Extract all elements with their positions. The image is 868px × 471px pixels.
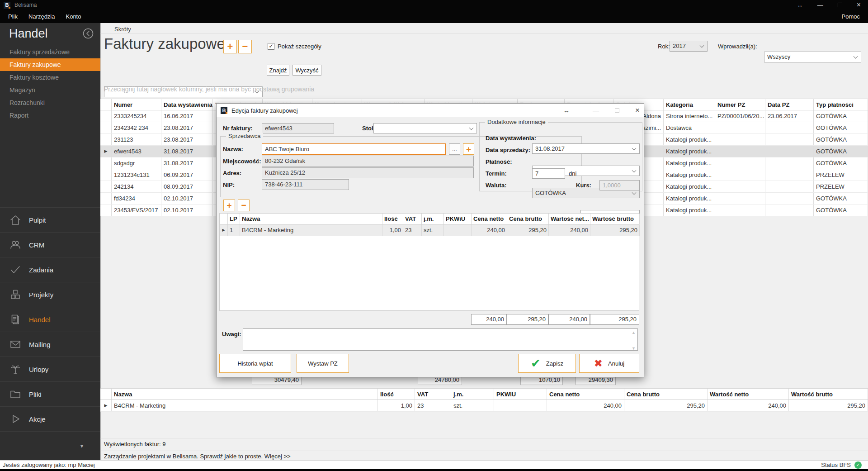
column-header[interactable]: Wartość brutto [590, 214, 640, 224]
sidebar-item-faktury-zakupowe[interactable]: Faktury zakupowe [0, 58, 100, 71]
column-header[interactable]: Nazwa [240, 214, 382, 224]
days-label: dni [569, 170, 576, 177]
logged-in-text: Jesteś zalogowany jako: mp Maciej [3, 461, 95, 468]
window-minimize-icon[interactable]: — [817, 2, 823, 9]
column-header[interactable]: Cena brutto [624, 389, 708, 400]
window-close-icon[interactable]: × [857, 1, 861, 9]
dialog-titlebar[interactable]: B Edycja faktury zakupowej [217, 104, 644, 117]
clear-button[interactable]: Wyczyść [292, 65, 321, 76]
column-header[interactable]: VAT [415, 389, 451, 400]
column-header[interactable]: Wartość net... [549, 214, 590, 224]
column-header[interactable]: j.m. [451, 389, 494, 400]
column-header[interactable]: Data PZ [765, 99, 814, 110]
menu-konto[interactable]: Konto [66, 13, 81, 20]
term-days-input[interactable]: 7 [532, 168, 565, 179]
sidebar-item-raport[interactable]: Raport [0, 109, 100, 122]
payment-history-label: Historia wpłat [237, 360, 273, 367]
city-field[interactable]: 80-232 Gdańsk [262, 156, 474, 167]
sidebar-item-magazyn[interactable]: Magazyn [0, 84, 100, 96]
column-header[interactable]: j.m. [422, 214, 444, 224]
sidebar-module-urlopy[interactable]: Urlopy [0, 357, 100, 381]
sidebar-module-projekty[interactable]: Projekty [0, 282, 100, 307]
dialog-move-icon[interactable]: ↔ [560, 104, 573, 117]
add-contractor-button[interactable]: + [463, 143, 474, 155]
collapse-back-icon[interactable] [82, 28, 94, 39]
rate-field[interactable]: 1,0000 [599, 180, 640, 190]
menu-narzedzia[interactable]: Narzędzia [28, 13, 55, 20]
column-header[interactable]: Ilość [382, 214, 403, 224]
column-header[interactable]: Cena brutto [507, 214, 549, 224]
column-header[interactable]: Numer PZ [715, 99, 765, 110]
window-move-icon[interactable]: ↔ [797, 2, 803, 9]
sidebar-module-pliki[interactable]: Pliki [0, 381, 100, 406]
column-header[interactable]: Wartość brutto [789, 389, 868, 400]
save-button[interactable]: ✔ Zapisz [518, 354, 576, 373]
remove-invoice-button[interactable]: − [238, 40, 252, 53]
position-row[interactable]: ▶ B4CRM - Marketing 1,00 23 szt. 240,00 … [100, 400, 868, 412]
plus-icon: + [466, 144, 471, 154]
entered-by-select[interactable]: Wszyscy [764, 52, 861, 62]
tab-skroty[interactable]: Skróty [114, 26, 131, 33]
dialog-minimize-icon[interactable]: — [590, 104, 602, 117]
column-header[interactable]: VAT [403, 214, 422, 224]
row-marker-icon: ▶ [104, 403, 108, 408]
payment-history-button[interactable]: Historia wpłat [219, 354, 291, 373]
menu-pomoc[interactable]: Pomoc [842, 13, 860, 20]
column-header[interactable]: Wartość netto [708, 389, 789, 400]
promo-text[interactable]: Zarządzanie projektami w Belisama. Spraw… [104, 453, 291, 460]
sidebar-module-akcje[interactable]: Akcje [0, 406, 100, 431]
column-header[interactable]: Cena netto [472, 214, 507, 224]
seller-name-input[interactable]: ABC Twoje Biuro [262, 143, 446, 155]
show-details-checkbox[interactable]: ✓ [268, 43, 274, 50]
edit-invoice-dialog: B Edycja faktury zakupowej ↔ — × Nr fakt… [216, 103, 644, 377]
sidebar-module-crm[interactable]: CRM [0, 232, 100, 257]
add-invoice-button[interactable]: + [223, 40, 237, 53]
browse-contractor-button[interactable]: ... [449, 143, 460, 155]
item-row[interactable]: ▶ 1 B4CRM - Marketing 1,00 23 szt. 240,0… [220, 224, 639, 236]
sidebar-item-faktury-sprzedazowe[interactable]: Faktury sprzedażowe [0, 46, 100, 58]
dialog-close-icon[interactable]: × [631, 104, 644, 117]
sidebar-item-rozrachunki[interactable]: Rozrachunki [0, 96, 100, 109]
find-button[interactable]: Znajdź [267, 65, 289, 76]
window-maximize-icon[interactable] [838, 3, 842, 7]
sidebar-module-mailing[interactable]: Mailing [0, 332, 100, 357]
cancel-button[interactable]: ✖ Anuluj [579, 354, 639, 373]
stand-select[interactable] [373, 123, 477, 133]
add-item-button[interactable]: + [223, 200, 235, 211]
menu-plik[interactable]: Plik [8, 13, 18, 20]
column-header[interactable]: Data wystawienia [161, 99, 213, 110]
scroll-up-icon[interactable]: ▲ [632, 330, 636, 335]
module-label: Projekty [29, 291, 53, 299]
column-header[interactable]: Numer [112, 99, 161, 110]
sidebar-module-handel[interactable]: Handel [0, 307, 100, 332]
city-label: Miejscowość: [223, 158, 261, 165]
sidebar-module-zadania[interactable]: Zadania [0, 257, 100, 282]
issue-date-select[interactable]: 31.08.2017 [532, 143, 640, 154]
column-header[interactable]: Nazwa [112, 389, 378, 400]
column-header[interactable]: Typ płatności [814, 99, 868, 110]
dialog-maximize-icon[interactable] [611, 104, 623, 117]
sidebar-item-faktury-kosztowe[interactable]: Faktury kosztowe [0, 71, 100, 84]
module-label: Akcje [29, 415, 46, 423]
entered-by-label: Wprowadził(a): [718, 43, 757, 50]
invoice-number-field[interactable]: efwer4543 [262, 123, 334, 133]
address-field[interactable]: Kuźnicza 25/12 [262, 167, 474, 178]
notes-textarea[interactable] [243, 328, 638, 351]
sidebar-collapse-chevron-icon[interactable]: ▾ [80, 443, 83, 449]
sidebar-module-pulpit[interactable]: Pulpit [0, 207, 100, 232]
column-header[interactable]: PKWiU [494, 389, 547, 400]
scroll-down-icon[interactable]: ▼ [632, 346, 636, 351]
year-select[interactable]: 2017 [670, 41, 708, 52]
column-header[interactable]: PKWiU [444, 214, 472, 224]
remove-item-button[interactable]: − [238, 200, 250, 211]
column-header[interactable]: Cena netto [547, 389, 624, 400]
column-header[interactable]: Kategoria [664, 99, 715, 110]
sidebar-header: Handel [0, 23, 100, 44]
save-check-icon: ✔ [531, 357, 541, 369]
app-logo-icon: B [4, 2, 10, 9]
column-header[interactable]: Ilość [378, 389, 415, 400]
nip-field[interactable]: 738-46-23-111 [262, 179, 349, 190]
issue-pz-button[interactable]: Wystaw PZ [297, 354, 349, 373]
issue-date-label: Data wystawienia: [486, 135, 536, 142]
column-header[interactable]: LP [228, 214, 240, 224]
